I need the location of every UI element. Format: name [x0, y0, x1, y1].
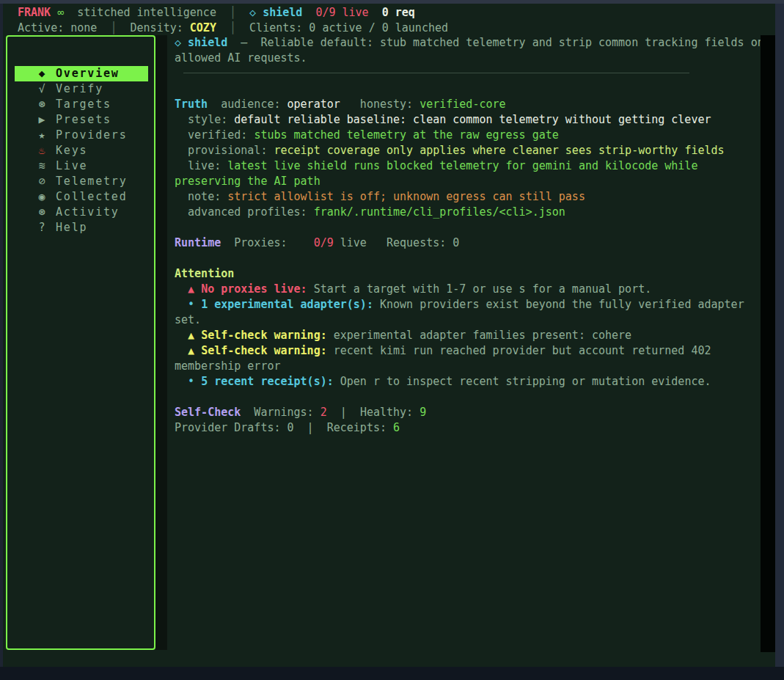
text-segment: No proxies live:: [201, 282, 307, 296]
warning-triangle-icon: ▲: [175, 344, 201, 357]
sidebar-item-label: Presets: [56, 112, 111, 128]
request-count: 0 req: [369, 6, 415, 19]
sidebar-item-label: Targets: [56, 97, 111, 112]
drafts-receipts-summary: Provider Drafts: 0 | Receipts: 6: [167, 420, 763, 436]
sidebar-panel: ◆Overview√Verify⊛Targets▶Presets★Provide…: [6, 35, 155, 650]
text-segment: frank/.runtime/cli_profiles/<cli>.json: [314, 205, 565, 219]
scrollbar[interactable]: [761, 35, 775, 652]
app-window: FRANK ∞ stitched intelligence │ ◇ shield…: [0, 0, 784, 680]
selfcheck-title: Self-Check: [175, 406, 241, 419]
text-segment: live:: [175, 159, 227, 172]
main-line: [167, 251, 763, 266]
text-segment: receipt coverage only applies where clea…: [274, 144, 724, 157]
attention-selfcheck-2: ▲ Self-check warning: recent kimi run re…: [167, 343, 763, 359]
text-segment: |: [327, 406, 360, 419]
sidebar-item-verify[interactable]: √Verify: [15, 81, 148, 97]
sidebar-item-label: Activity: [56, 205, 120, 220]
truth-header: Truth audience: operator honesty: verifi…: [167, 97, 763, 112]
window-frame-bottom: [0, 667, 784, 680]
providers-icon: ★: [34, 128, 50, 143]
sidebar-item-label: Telemetry: [56, 174, 127, 189]
text-segment: Healthy:: [360, 406, 420, 419]
attention-no-proxies: ▲ No proxies live: Start a target with 1…: [167, 282, 763, 297]
sidebar-item-label: Collected: [56, 189, 127, 205]
attention-selfcheck-1: ▲ Self-check warning: experimental adapt…: [167, 328, 763, 343]
text-segment: operator: [287, 98, 340, 111]
clients-status: Clients: 0 active / 0 launched: [243, 21, 448, 34]
attention-receipts: • 5 recent receipt(s): Open r to inspect…: [167, 374, 763, 390]
sidebar-item-targets[interactable]: ⊛Targets: [15, 97, 148, 112]
text-segment: Warnings:: [241, 406, 320, 419]
header-separator: │: [216, 6, 243, 19]
active-status: Active: none: [18, 21, 97, 34]
shield-icon: ◇: [243, 6, 263, 19]
shield-description: ◇ shield — Reliable default: stub matche…: [167, 35, 763, 51]
sidebar-item-label: Keys: [56, 143, 87, 158]
sidebar-item-overview[interactable]: ◆Overview: [15, 66, 148, 81]
sidebar-item-help[interactable]: ?Help: [15, 220, 148, 235]
text-segment: stubs matched telemetry at the raw egres…: [254, 128, 558, 142]
sidebar-item-label: Providers: [56, 128, 127, 143]
density-label: Density:: [131, 21, 190, 34]
sidebar-item-telemetry[interactable]: ⊘Telemetry: [15, 174, 148, 189]
text-segment: recent kimi run reached provider but acc…: [327, 344, 711, 357]
sidebar-item-label: Overview: [56, 66, 120, 81]
provider-drafts-count: Provider Drafts: 0: [175, 421, 294, 434]
section-divider-row: [167, 66, 763, 81]
text-segment: Self-check warning:: [201, 344, 327, 357]
sidebar-item-presets[interactable]: ▶Presets: [15, 112, 148, 128]
text-segment: advanced profiles:: [175, 205, 314, 219]
verify-icon: √: [34, 81, 50, 97]
text-segment: Proxies:: [221, 236, 313, 249]
shield-description-wrap: allowed AI requests.: [167, 51, 763, 66]
sidebar-item-collected[interactable]: ◉Collected: [15, 189, 148, 205]
text-segment: note:: [175, 190, 227, 203]
attention-experimental: • 1 experimental adapter(s): Known provi…: [167, 297, 763, 312]
text-segment: live: [334, 236, 386, 249]
telemetry-icon: ⊘: [34, 174, 50, 189]
terminal-panel: FRANK ∞ stitched intelligence │ ◇ shield…: [3, 4, 775, 667]
sidebar-item-activity[interactable]: ⊛Activity: [15, 205, 148, 220]
text-segment: Start a target with 1-7 or use s for a m…: [307, 282, 652, 296]
sidebar-item-keys[interactable]: ♨Keys: [15, 143, 148, 158]
text-segment: Self-check warning:: [201, 329, 327, 342]
text-segment: Open r to inspect recent stripping or mu…: [334, 375, 711, 388]
text-segment: Requests: 0: [386, 236, 459, 249]
healthy-count: 9: [420, 406, 426, 419]
collected-icon: ◉: [34, 189, 50, 205]
overview-icon: ◆: [34, 66, 50, 81]
mode-name: shield: [263, 6, 302, 19]
receipts-count: 6: [393, 421, 400, 434]
runtime-title: Runtime: [175, 236, 221, 249]
header-row-2: Active: none │ Density: COZY │ Clients: …: [18, 21, 448, 36]
main-content: ◇ shield — Reliable default: stub matche…: [167, 35, 763, 436]
sidebar-item-label: Live: [56, 158, 87, 174]
text-segment: verified:: [175, 128, 254, 142]
text-segment: verified-core: [420, 98, 505, 111]
sidebar-nav: ◆Overview√Verify⊛Targets▶Presets★Provide…: [7, 37, 154, 235]
infinity-icon: ∞: [51, 6, 64, 19]
bullet-icon: •: [175, 375, 201, 388]
live-icon: ≋: [34, 158, 50, 174]
keys-icon: ♨: [34, 143, 50, 158]
truth-note: note: strict allowlist is off; unknown e…: [167, 189, 763, 205]
sidebar-item-live[interactable]: ≋Live: [15, 158, 148, 174]
presets-icon: ▶: [34, 112, 50, 128]
window-frame-right: [775, 4, 784, 667]
text-segment: preserving the AI path: [175, 175, 320, 188]
section-divider: [183, 73, 689, 73]
truth-advanced-profiles: advanced profiles: frank/.runtime/cli_pr…: [167, 205, 763, 220]
proxies-live-count: 0/9 live: [302, 6, 368, 19]
text-segment: |: [294, 421, 327, 434]
truth-provisional: provisional: receipt coverage only appli…: [167, 143, 763, 158]
header-separator: │: [216, 21, 243, 34]
truth-live-wrap: preserving the AI path: [167, 174, 763, 189]
text-segment: honesty:: [340, 98, 420, 111]
attention-title: Attention: [175, 267, 234, 280]
text-segment: 1 experimental adapter(s):: [201, 298, 373, 311]
sidebar-item-providers[interactable]: ★Providers: [15, 128, 148, 143]
text-segment: Receipts:: [327, 421, 393, 434]
warning-triangle-icon: ▲: [175, 282, 201, 296]
text-segment: — Reliable default: stub matched telemet…: [227, 36, 764, 49]
text-segment: Known providers exist beyond the fully v…: [373, 298, 744, 311]
